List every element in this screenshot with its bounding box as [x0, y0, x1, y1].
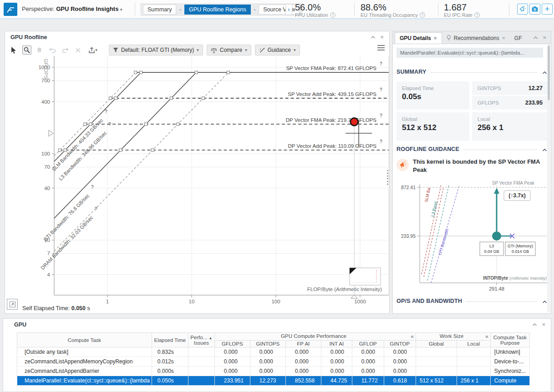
chevron-down-icon: ▾: [197, 48, 199, 52]
table-row[interactable]: [Outside any task]0.832s0.0000.0000.0000…: [17, 347, 530, 357]
feedback-button[interactable]: [517, 4, 528, 15]
elapsed-time-label: Elapsed Time: [402, 85, 464, 91]
bandwidth-help-question[interactable]: ?: [91, 185, 94, 190]
x-tick-value: 291.48: [489, 286, 504, 291]
resize-handle-dot[interactable]: [387, 176, 388, 177]
redo-button[interactable]: [61, 45, 70, 55]
table-row[interactable]: zeCommandListAppendMemoryCopyRegion0.012…: [17, 357, 530, 367]
select-cursor-tool[interactable]: [10, 45, 19, 55]
resize-handle-dot[interactable]: [387, 184, 388, 185]
cell-global: [416, 367, 457, 376]
details-tab-gf[interactable]: GF: [510, 32, 527, 44]
close-tab-icon[interactable]: ×: [434, 35, 437, 41]
metric-label: EU Threading Occupancy: [361, 12, 418, 18]
advisor-logo-button[interactable]: [4, 3, 17, 16]
col-header-gflops[interactable]: GFLOPS: [214, 341, 250, 347]
collapse-section-icon[interactable]: [542, 299, 547, 305]
kernel-name-selector[interactable]: MandelParallel::Evaluate(cl::sycl::queue…: [396, 48, 543, 58]
export-chart-button[interactable]: ▾: [86, 45, 100, 55]
ceiling-help-question[interactable]: ?: [380, 61, 382, 66]
bandwidth-help-question[interactable]: ?: [105, 109, 107, 114]
col-header-int-ai[interactable]: INT AI: [321, 341, 352, 347]
table-row[interactable]: MandelParallel::Evaluate(cl::sycl::queue…: [17, 376, 530, 386]
redo-icon: [62, 47, 69, 53]
collapse-panel-icon[interactable]: [371, 34, 376, 40]
col-header-gflop[interactable]: GFLOP: [352, 341, 384, 347]
help-question-icon[interactable]: ?: [474, 12, 480, 18]
collapse-columns-icon[interactable]: «: [411, 333, 414, 340]
snapshot-button[interactable]: [529, 4, 540, 15]
col-header-global[interactable]: Global: [416, 341, 457, 347]
close-tab-icon[interactable]: ×: [502, 35, 505, 41]
collapse-panel-icon[interactable]: [532, 322, 537, 328]
bandwidth-help-question[interactable]: ?: [95, 206, 97, 211]
sort-asc-icon: ▲: [208, 336, 212, 340]
resize-handle-dot[interactable]: [387, 173, 388, 174]
kernel-dot[interactable]: [351, 118, 358, 126]
col-header-gintops[interactable]: GINTOPS: [250, 341, 285, 347]
details-tab-gpu-details[interactable]: GPU Details×: [395, 32, 442, 44]
nav-tab-source-view[interactable]: Source View: [259, 5, 300, 15]
compare-dropdown[interactable]: Compare ▾: [207, 45, 251, 55]
self-elapsed-time: Self Elapsed Time: 0.050 s: [22, 305, 90, 312]
col-header-compute-task-purpose[interactable]: Compute Task Purpose: [490, 333, 529, 347]
global-value: 512 x 512: [402, 123, 464, 132]
nav-tab-summary[interactable]: Summary: [143, 5, 176, 15]
zoom-tool[interactable]: [22, 45, 31, 55]
collapse-section-icon[interactable]: [542, 70, 547, 76]
perspective-selector[interactable]: Perspective: GPU Roofline Insights ▾: [22, 5, 122, 12]
col-header-fp-ai[interactable]: FP AI: [285, 341, 321, 347]
ceiling-help-question[interactable]: ?: [380, 87, 382, 92]
scrollbar-thumb[interactable]: [548, 45, 550, 100]
cell-global: 512 x 512: [416, 376, 457, 386]
kernel-dot: [492, 231, 501, 241]
resize-handle-dot[interactable]: [387, 178, 388, 180]
divider: [135, 3, 135, 16]
roofline-filter-dropdown[interactable]: Default: FLOAT GTI (Memory) ▾: [109, 45, 203, 55]
roofline-chart[interactable]: 1000700400100704010741101001000GFLOPSFLO…: [5, 56, 390, 306]
gintops-value: 12.27: [529, 85, 543, 91]
bandwidth-line[interactable]: [54, 72, 141, 161]
resize-handle-dot[interactable]: [387, 170, 388, 171]
col-header-compute-task[interactable]: Compute Task: [17, 333, 152, 347]
collapse-columns-icon[interactable]: «: [485, 333, 488, 340]
details-scrollbar[interactable]: [547, 45, 550, 312]
resize-handle-dot[interactable]: [387, 181, 388, 182]
collapse-section-icon[interactable]: [542, 147, 547, 153]
close-panel-icon[interactable]: ×: [542, 322, 545, 328]
bandwidth-help-question[interactable]: ?: [108, 122, 111, 127]
col-header-local[interactable]: Local: [457, 341, 490, 347]
cancel-zoom-button[interactable]: [73, 45, 82, 55]
cell-gintop: 0.000: [384, 347, 416, 357]
metric-value: 56.0%: [295, 2, 335, 12]
close-panel-icon[interactable]: ×: [543, 35, 546, 41]
undo-button[interactable]: [48, 45, 57, 55]
expand-metrics-button[interactable]: ›: [285, 4, 292, 15]
chart-menu-icon[interactable]: [377, 45, 385, 52]
close-panel-icon[interactable]: ×: [380, 34, 384, 40]
bandwidth-label: L3 Band: [430, 201, 438, 217]
col-header-performance-issues[interactable]: Perfo... ▲ Issues: [188, 333, 214, 347]
help-question-icon[interactable]: ?: [420, 12, 425, 18]
ceiling-help-question[interactable]: ?: [380, 139, 382, 144]
compute-tasks-table: Compute Task Elapsed Time Perfo... ▲ Iss…: [17, 332, 530, 386]
help-question-icon[interactable]: ?: [330, 12, 335, 18]
new-analysis-button[interactable]: +: [542, 4, 553, 15]
group-header-work-size[interactable]: Work Size «: [416, 333, 490, 341]
cell-local: [457, 367, 490, 376]
col-header-elapsed-time[interactable]: Elapsed Time: [152, 333, 188, 347]
pan-tool[interactable]: [35, 45, 44, 55]
details-tab-recommendations[interactable]: Recommendations×: [442, 32, 510, 44]
cell-elapsed-time: 0.050s: [152, 376, 188, 386]
y-tick-label: 4: [47, 272, 51, 277]
filter-value: Default: FLOAT GTI (Memory): [121, 47, 194, 53]
col-header-gintop[interactable]: GINTOP: [384, 341, 416, 347]
guidance-message: This kernel is bounded by the SP Vector …: [413, 158, 545, 174]
group-header-gpu-compute-performance[interactable]: GPU Compute Performance «: [214, 333, 416, 341]
ceiling-help-question[interactable]: ?: [380, 113, 382, 118]
collapse-panel-icon[interactable]: [533, 35, 538, 41]
guidance-dropdown[interactable]: Guidance ▾: [255, 45, 300, 55]
expand-chart-button[interactable]: [7, 299, 18, 310]
nav-tab-gpu-roofline-regions[interactable]: GPU Roofline Regions: [184, 5, 251, 15]
table-row[interactable]: zeCommandListAppendBarrier0.000s0.0000.0…: [17, 367, 530, 376]
